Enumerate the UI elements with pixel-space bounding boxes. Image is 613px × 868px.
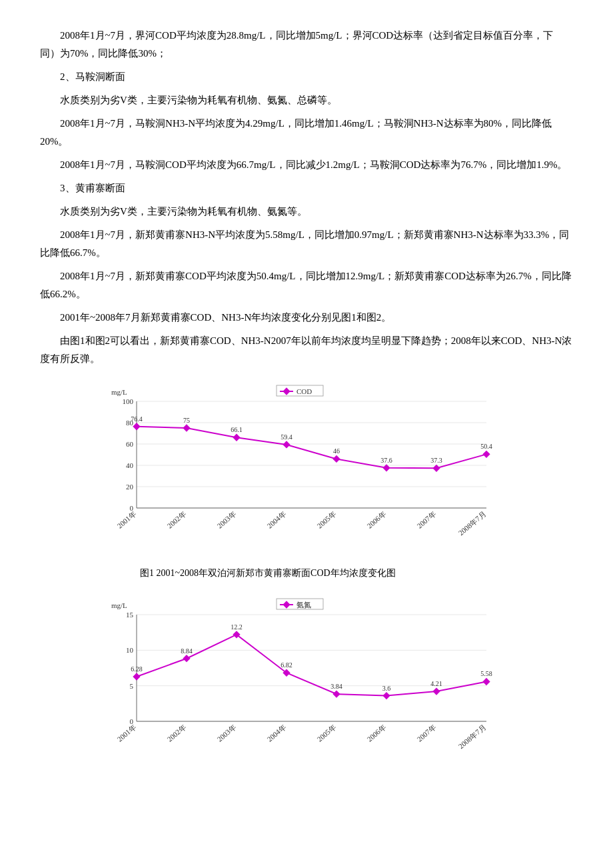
paragraph-8: 2008年1月~7月，新郑黄甫寨COD平均浓度为50.4mg/L，同比增加12.… — [40, 267, 573, 303]
svg-rect-76 — [482, 678, 490, 685]
svg-rect-27 — [233, 434, 240, 441]
svg-text:氨氮: 氨氮 — [297, 601, 311, 609]
svg-text:15: 15 — [126, 611, 134, 619]
svg-text:5: 5 — [130, 682, 134, 690]
svg-text:59.4: 59.4 — [281, 433, 293, 441]
svg-text:2003年: 2003年 — [215, 723, 237, 743]
svg-text:2006年: 2006年 — [365, 723, 387, 743]
svg-text:12.2: 12.2 — [231, 623, 243, 631]
chart1-svg: 0204060801002001年2002年2003年2004年2005年200… — [100, 381, 500, 555]
svg-rect-31 — [332, 455, 340, 463]
paragraph-5: 2008年1月~7月，马鞍洞COD平均浓度为66.7mg/L，同比减少1.2mg… — [40, 156, 573, 174]
svg-rect-62 — [133, 673, 140, 681]
svg-text:75: 75 — [183, 417, 190, 424]
svg-text:2001年: 2001年 — [115, 723, 137, 743]
svg-rect-64 — [183, 655, 190, 662]
svg-rect-23 — [133, 423, 140, 430]
svg-text:mg/L: mg/L — [111, 601, 127, 609]
svg-text:50.4: 50.4 — [480, 443, 492, 450]
paragraph-9: 2001年~2008年7月新郑黄甫寨COD、NH3-N年均浓度变化分别见图1和图… — [40, 309, 573, 327]
svg-text:76.4: 76.4 — [131, 415, 143, 423]
paragraph-6: 水质类别为劣V类，主要污染物为耗氧有机物、氨氮等。 — [40, 203, 573, 221]
svg-text:2005年: 2005年 — [315, 509, 337, 529]
svg-text:6.82: 6.82 — [281, 661, 293, 669]
svg-rect-37 — [482, 451, 490, 458]
svg-text:2006年: 2006年 — [365, 509, 387, 529]
section-heading-3: 3、黄甫寨断面 — [40, 179, 573, 197]
svg-text:3.6: 3.6 — [382, 685, 391, 692]
section-heading-2: 2、马鞍洞断面 — [40, 68, 573, 86]
paragraph-4: 2008年1月~7月，马鞍洞NH3-N平均浓度为4.29mg/L，同比增加1.4… — [40, 115, 573, 151]
svg-text:37.3: 37.3 — [430, 457, 442, 464]
chart2-container: 0510152001年2002年2003年2004年2005年2006年2007… — [100, 595, 513, 774]
svg-text:100: 100 — [123, 397, 134, 405]
svg-text:66.1: 66.1 — [231, 426, 243, 433]
svg-text:mg/L: mg/L — [111, 388, 127, 396]
svg-text:2008年7月: 2008年7月 — [457, 723, 488, 751]
paragraph-3: 水质类别为劣V类，主要污染物为耗氧有机物、氨氮、总磷等。 — [40, 91, 573, 109]
svg-rect-25 — [183, 424, 190, 431]
paragraph-7: 2008年1月~7月，新郑黄甫寨NH3-N平均浓度为5.58mg/L，同比增加0… — [40, 226, 573, 262]
svg-rect-29 — [283, 441, 290, 448]
chart1-caption: 图1 2001~2008年双泊河新郑市黄甫寨断面COD年均浓度变化图 — [100, 565, 513, 581]
paragraph-10: 由图1和图2可以看出，新郑黄甫寨COD、NH3-N2007年以前年均浓度均呈明显… — [40, 332, 573, 368]
content-area: 2008年1月~7月，界河COD平均浓度为28.8mg/L，同比增加5mg/L；… — [40, 27, 573, 774]
chart2-svg: 0510152001年2002年2003年2004年2005年2006年2007… — [100, 595, 500, 768]
svg-text:37.6: 37.6 — [380, 457, 392, 464]
svg-text:40: 40 — [126, 461, 134, 469]
svg-text:2008年7月: 2008年7月 — [457, 509, 488, 537]
svg-text:2003年: 2003年 — [215, 509, 237, 529]
svg-text:COD: COD — [297, 387, 312, 395]
chart1-container: 0204060801002001年2002年2003年2004年2005年200… — [100, 381, 513, 581]
svg-text:3.84: 3.84 — [330, 683, 342, 690]
svg-text:46: 46 — [333, 447, 340, 455]
svg-text:2002年: 2002年 — [165, 723, 187, 743]
svg-text:60: 60 — [126, 440, 134, 448]
svg-text:8.84: 8.84 — [181, 647, 193, 655]
svg-rect-74 — [432, 688, 440, 695]
svg-text:2007年: 2007年 — [415, 509, 437, 529]
svg-text:2005年: 2005年 — [315, 723, 337, 743]
svg-text:4.21: 4.21 — [430, 680, 442, 687]
svg-text:2007年: 2007年 — [415, 723, 437, 743]
paragraph-1: 2008年1月~7月，界河COD平均浓度为28.8mg/L，同比增加5mg/L；… — [40, 27, 573, 63]
svg-rect-35 — [432, 465, 440, 472]
svg-text:20: 20 — [126, 483, 134, 491]
svg-text:5.58: 5.58 — [480, 671, 492, 678]
svg-rect-72 — [382, 692, 390, 699]
svg-text:2001年: 2001年 — [115, 509, 137, 529]
svg-text:10: 10 — [126, 647, 134, 655]
svg-text:2004年: 2004年 — [265, 509, 287, 529]
svg-text:6.28: 6.28 — [131, 665, 143, 673]
svg-text:2004年: 2004年 — [265, 723, 287, 743]
svg-text:2002年: 2002年 — [165, 509, 187, 529]
svg-rect-70 — [332, 691, 340, 698]
